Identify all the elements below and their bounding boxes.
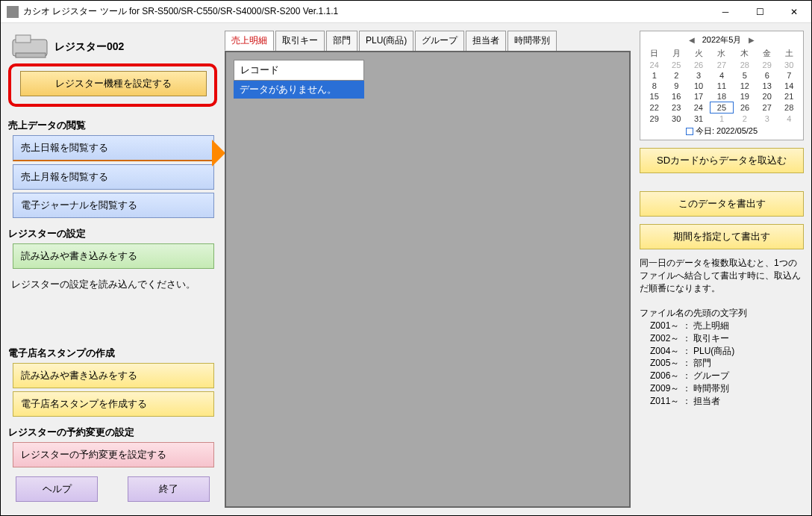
maximize-button[interactable]: ☐ — [743, 1, 777, 23]
stamp-create-button[interactable]: 電子店名スタンプを作成する — [13, 391, 214, 417]
cal-prev-icon[interactable]: ◀ — [686, 36, 698, 44]
stamp-rw-button[interactable]: 読み込みや書き込みをする — [13, 363, 214, 388]
tab-4[interactable]: グループ — [415, 31, 464, 51]
register-name: レジスター002 — [54, 40, 124, 54]
cal-today-label[interactable]: 今日: 2022/05/25 — [643, 125, 800, 137]
list-header[interactable]: レコード — [234, 60, 364, 81]
help-button[interactable]: ヘルプ — [16, 476, 98, 502]
view-monthly-button[interactable]: 売上月報を閲覧する — [13, 164, 214, 190]
read-first-message: レジスターの設定を読み込んでください。 — [11, 278, 214, 291]
main-list-area: レコード データがありません。 — [225, 51, 631, 508]
set-model-button[interactable]: レジスター機種を設定する — [20, 71, 207, 96]
svg-rect-2 — [16, 53, 46, 57]
read-write-button[interactable]: 読み込みや書き込みをする — [13, 243, 214, 269]
export-data-button[interactable]: このデータを書出す — [640, 191, 804, 217]
svg-rect-1 — [16, 35, 31, 43]
view-journal-button[interactable]: 電子ジャーナルを閲覧する — [13, 193, 214, 218]
calendar[interactable]: ◀ 2022年5月 ▶ 日月火水木金土242526272829301234567… — [640, 31, 804, 140]
highlight-box: レジスター機種を設定する — [8, 63, 217, 107]
minimize-button[interactable]: ─ — [708, 1, 743, 23]
section-schedule: レジスターの予約変更の設定 — [8, 426, 217, 439]
tabs: 売上明細取引キー部門PLU(商品)グループ担当者時間帯別 — [225, 31, 631, 51]
tab-0[interactable]: 売上明細 — [225, 31, 274, 51]
pointer-triangle-icon — [212, 140, 225, 167]
close-button[interactable]: ✕ — [777, 1, 811, 23]
import-sd-button[interactable]: SDカードからデータを取込む — [640, 148, 804, 173]
cal-next-icon[interactable]: ▶ — [746, 36, 758, 44]
window-title: カシオ レジスター ツール for SR-S500/SR-C550/SR-S40… — [23, 5, 708, 18]
tab-6[interactable]: 時間帯別 — [508, 31, 557, 51]
register-icon — [11, 34, 49, 60]
section-sales-view: 売上データの閲覧 — [8, 119, 217, 132]
list-nodata: データがありません。 — [234, 81, 364, 99]
tab-1[interactable]: 取引キー — [275, 31, 325, 51]
schedule-button[interactable]: レジスターの予約変更を設定する — [13, 442, 214, 467]
exit-button[interactable]: 終了 — [128, 476, 210, 502]
tab-2[interactable]: 部門 — [326, 31, 357, 51]
section-reg-settings: レジスターの設定 — [8, 227, 217, 240]
titlebar: カシオ レジスター ツール for SR-S500/SR-C550/SR-S40… — [1, 1, 811, 23]
app-icon — [7, 6, 19, 18]
tab-3[interactable]: PLU(商品) — [359, 31, 413, 51]
export-period-button[interactable]: 期間を指定して書出す — [640, 224, 804, 249]
info-text: 同一日のデータを複数取込むと、1つのファイルへ結合して書出す時に、取込んだ順番に… — [640, 257, 804, 408]
tab-5[interactable]: 担当者 — [466, 31, 506, 51]
section-stamp: 電子店名スタンプの作成 — [8, 346, 217, 360]
view-daily-button[interactable]: 売上日報を閲覧する — [13, 135, 214, 161]
cal-title: 2022年5月 — [702, 34, 742, 46]
